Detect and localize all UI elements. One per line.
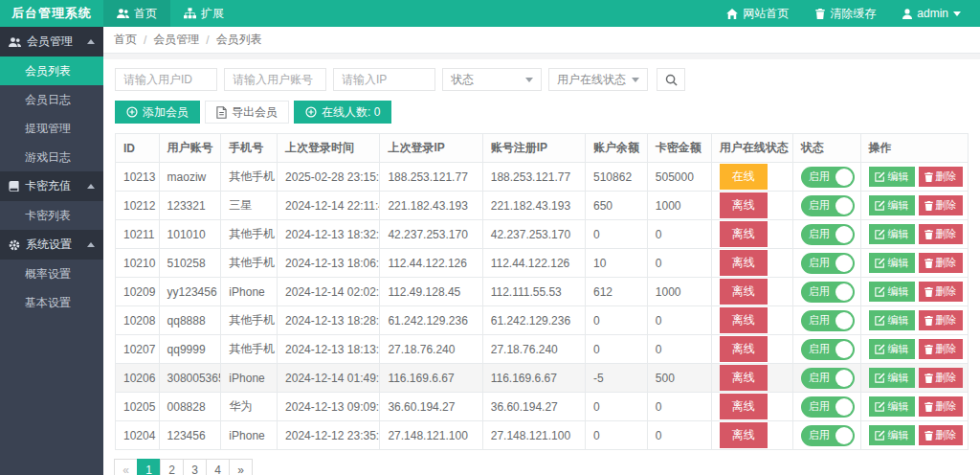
next-page-button[interactable]: »	[229, 459, 253, 475]
status-toggle[interactable]: 启用	[801, 195, 855, 216]
cell-operations: 编辑删除	[860, 163, 968, 192]
delete-button[interactable]: 删除	[919, 368, 963, 388]
cell-phone: iPhone	[221, 421, 278, 450]
cell-id: 10209	[116, 278, 160, 306]
top-nav-home[interactable]: 首页	[103, 0, 170, 27]
status-toggle[interactable]: 启用	[801, 253, 855, 274]
cell-id: 10206	[116, 364, 160, 393]
status-toggle[interactable]: 启用	[801, 167, 855, 188]
sidebar-item-probability-settings[interactable]: 概率设置	[0, 260, 103, 288]
page-button-4[interactable]: 4	[206, 459, 230, 475]
sidebar-item-member-log[interactable]: 会员日志	[0, 85, 103, 114]
cell-online-status: 离线	[711, 306, 792, 335]
delete-button[interactable]: 删除	[919, 425, 963, 445]
breadcrumb-separator: /	[144, 34, 146, 47]
page-button-2[interactable]: 2	[160, 459, 184, 475]
user-account-input[interactable]	[224, 68, 326, 91]
cell-account: qq8888	[159, 306, 221, 335]
top-link-clear-cache[interactable]: 清除缓存	[802, 0, 889, 27]
cell-id: 10210	[116, 249, 160, 278]
offline-badge: 离线	[720, 336, 768, 362]
edit-button[interactable]: 编辑	[869, 224, 915, 244]
online-status-select-value: 用户在线状态	[557, 72, 632, 88]
delete-button[interactable]: 删除	[919, 310, 963, 330]
top-right-nav: 网站首页清除缓存admin	[713, 0, 980, 27]
export-member-button[interactable]: 导出会员	[205, 101, 289, 124]
delete-button[interactable]: 删除	[919, 167, 963, 187]
add-member-button[interactable]: 添加会员	[115, 101, 200, 124]
table-row: 10212123321三星2024-12-14 22:11:47221.182.…	[116, 192, 969, 220]
edit-button[interactable]: 编辑	[869, 253, 915, 273]
cell-card-amount: 500	[647, 364, 711, 393]
delete-button[interactable]: 删除	[919, 253, 963, 273]
status-toggle[interactable]: 启用	[801, 224, 855, 245]
page-button-3[interactable]: 3	[183, 459, 207, 475]
top-nav-extension[interactable]: 扩展	[170, 0, 237, 27]
status-select[interactable]: 状态	[442, 68, 542, 91]
cell-account: 008828	[159, 393, 221, 421]
page-button-1[interactable]: 1	[137, 459, 161, 475]
table-row: 10204123456iPhone2024-12-12 23:35:3627.1…	[116, 421, 969, 450]
edit-button[interactable]: 编辑	[869, 167, 915, 187]
delete-button[interactable]: 删除	[919, 195, 963, 215]
edit-button[interactable]: 编辑	[869, 339, 915, 359]
cell-card-amount: 0	[647, 220, 711, 249]
trash-icon	[924, 201, 933, 211]
trash-icon	[924, 316, 933, 326]
cell-phone: 其他手机	[221, 220, 278, 249]
status-toggle[interactable]: 启用	[801, 339, 855, 360]
prev-page-button[interactable]: «	[114, 459, 138, 475]
sidebar-item-member-list[interactable]: 会员列表	[0, 57, 103, 85]
sidebar-item-basic-settings[interactable]: 基本设置	[0, 288, 103, 317]
sidebar-item-game-log[interactable]: 游戏日志	[0, 143, 103, 171]
edit-button-label: 编辑	[888, 284, 909, 299]
edit-icon	[875, 200, 885, 211]
cell-account: maoziw	[159, 163, 221, 192]
cell-id: 10205	[116, 393, 160, 421]
delete-button[interactable]: 删除	[919, 282, 963, 302]
cell-card-amount: 0	[647, 306, 711, 335]
status-toggle-label: 启用	[809, 399, 830, 414]
cell-operations: 编辑删除	[860, 306, 968, 335]
cell-register-ip: 112.111.55.53	[482, 278, 585, 306]
user-id-input[interactable]	[115, 68, 217, 91]
delete-button[interactable]: 删除	[919, 396, 963, 417]
gear-icon	[9, 239, 20, 251]
edit-button[interactable]: 编辑	[869, 425, 915, 445]
top-link-admin-user-label: admin	[917, 7, 948, 20]
edit-button[interactable]: 编辑	[869, 368, 915, 388]
cell-operations: 编辑删除	[860, 421, 968, 450]
sidebar-section-system-settings[interactable]: 系统设置	[0, 230, 103, 260]
delete-button[interactable]: 删除	[919, 224, 963, 244]
edit-button[interactable]: 编辑	[869, 195, 915, 215]
sidebar-section-card-recharge[interactable]: 卡密充值	[0, 171, 103, 201]
trash-icon	[924, 373, 933, 383]
status-toggle[interactable]: 启用	[801, 396, 855, 418]
sidebar-item-card-list[interactable]: 卡密列表	[0, 201, 103, 230]
online-count-button[interactable]: 在线人数: 0	[294, 101, 391, 124]
cell-account: 123456	[159, 421, 221, 450]
edit-button[interactable]: 编辑	[869, 396, 915, 417]
sidebar-item-withdraw-management[interactable]: 提现管理	[0, 114, 103, 143]
status-toggle[interactable]: 启用	[801, 282, 855, 303]
edit-button[interactable]: 编辑	[869, 282, 915, 302]
edit-icon	[875, 171, 885, 182]
top-link-admin-user[interactable]: admin	[889, 0, 974, 27]
search-button[interactable]	[657, 68, 685, 91]
status-toggle[interactable]: 启用	[801, 368, 855, 389]
delete-button[interactable]: 删除	[919, 339, 963, 359]
breadcrumb-item-0[interactable]: 首页	[114, 32, 137, 48]
edit-button[interactable]: 编辑	[869, 310, 915, 330]
sidebar-section-member-management[interactable]: 会员管理	[0, 27, 103, 57]
top-link-site-home[interactable]: 网站首页	[713, 0, 802, 27]
status-toggle[interactable]: 启用	[801, 425, 855, 446]
status-toggle[interactable]: 启用	[801, 310, 855, 331]
cell-register-ip: 27.148.121.100	[482, 421, 585, 450]
breadcrumb-item-1[interactable]: 会员管理	[153, 32, 199, 48]
ip-input[interactable]	[333, 68, 435, 91]
cell-id: 10212	[116, 192, 160, 220]
online-badge: 在线	[720, 164, 768, 190]
home-icon	[726, 9, 738, 19]
online-status-select[interactable]: 用户在线状态	[548, 68, 648, 91]
cell-online-status: 离线	[711, 335, 792, 364]
